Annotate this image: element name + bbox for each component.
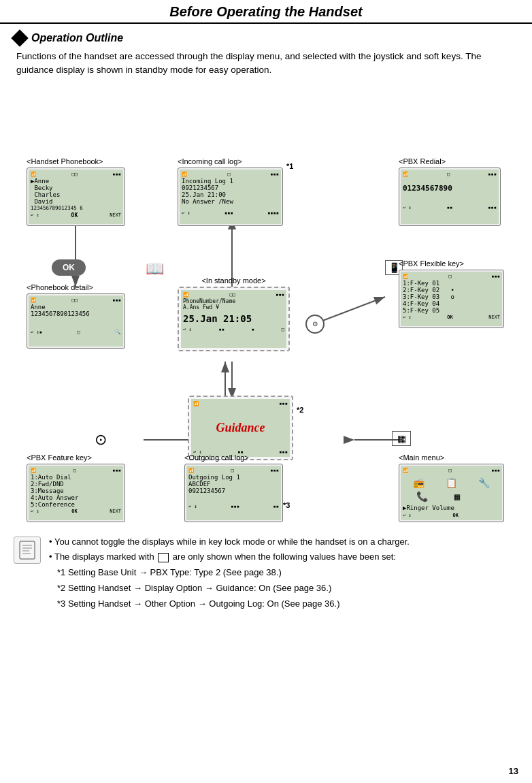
outgoing-call-log-label: <Outgoing call log>: [184, 453, 283, 462]
outgoing-call-log-box: <Outgoing call log> 📶□▪▪▪ Outgoing Log 1…: [184, 453, 283, 522]
section-title-text: Operation Outline: [31, 32, 123, 44]
pbx-feature-label: <PBX Feature key>: [27, 453, 125, 462]
guidance-text: Guidance: [193, 421, 288, 435]
notes-content: • You cannot toggle the displays while i…: [49, 535, 410, 613]
joystick-icon: ⊙: [305, 315, 325, 334]
phonebook-detail-box: <Phonebook detail> 📶□□▪▪▪ Anne 123456789…: [27, 283, 125, 349]
note-footnote2: *2 Setting Handset → Display Option → Gu…: [57, 581, 410, 596]
note-bullet2: • The displays marked with are only show…: [49, 550, 410, 564]
ok-button-indicator: OK: [52, 259, 86, 276]
main-menu-box: <Main menu> 📶□▪▪▪ 📻📋🔧 📞▦ ▶Ringer Volume …: [399, 453, 504, 522]
pbx-redial-box: <PBX Redial> 📶□▪▪▪ 01234567890 ↩ ↕▪▪▪▪▪: [399, 157, 501, 226]
handset-phonebook-label: <Handset Phonebook>: [27, 157, 125, 165]
note1-label: *1: [286, 162, 293, 170]
svg-rect-10: [20, 541, 35, 559]
section-title: Operation Outline: [14, 32, 518, 44]
note-footnote1: *1 Setting Base Unit → PBX Type: Type 2 …: [57, 566, 410, 580]
standby-label: <In standby mode>: [178, 276, 290, 285]
pbx-flexible-box: <PBX Flexible key> 📶□▪▪▪ 1:F-Key 01 2:F-…: [399, 259, 504, 328]
intro-text: Functions of the handset are accessed th…: [16, 50, 516, 78]
standby-box: <In standby mode> 📶□□▪▪▪ PhoneNumber/Nam…: [178, 276, 290, 351]
pbx-feature-box: <PBX Feature key> 📶□▪▪▪ 1:Auto Dial 2:Fw…: [27, 453, 125, 522]
diagram-area: OK 📖 ⊙ ⊙ ⊙ ▦ 📱 <Handset Phonebook> 📶□□▪▪…: [14, 86, 518, 528]
note2-label: *2: [297, 406, 303, 414]
svg-line-4: [314, 297, 385, 324]
incoming-call-log-label: <Incoming call log>: [178, 157, 283, 165]
incoming-call-log-box: <Incoming call log> 📶□▪▪▪ Incoming Log 1…: [178, 157, 283, 226]
main-menu-label: <Main menu>: [399, 453, 504, 462]
handset-phonebook-box: <Handset Phonebook> 📶□□▪▪▪ ▶Anne Becky C…: [27, 157, 125, 226]
feature-key-icon: ⊙: [95, 431, 107, 449]
main-menu-key-icon: ▦: [392, 431, 411, 446]
page-header: Before Operating the Handset: [0, 0, 532, 24]
pbx-redial-label: <PBX Redial>: [399, 157, 501, 165]
header-title: Before Operating the Handset: [169, 4, 362, 19]
phonebook-detail-label: <Phonebook detail>: [27, 283, 125, 291]
notes-section: • You cannot toggle the displays while i…: [14, 535, 518, 613]
guidance-box: 📶▪▪▪ Guidance ↩ ↕▪▪▪▪▪: [188, 396, 293, 460]
book-icon: 📖: [146, 260, 164, 278]
note-bullet1: • You cannot toggle the displays while i…: [49, 535, 410, 549]
diamond-icon: [11, 29, 28, 46]
notes-icon: [14, 537, 41, 564]
pbx-flexible-label: <PBX Flexible key>: [399, 259, 504, 268]
note3-label: *3: [283, 501, 290, 509]
note-footnote3: *3 Setting Handset → Other Option → Outg…: [57, 597, 410, 611]
page-number: 13: [509, 766, 518, 776]
bracket-indicator: [158, 553, 169, 562]
